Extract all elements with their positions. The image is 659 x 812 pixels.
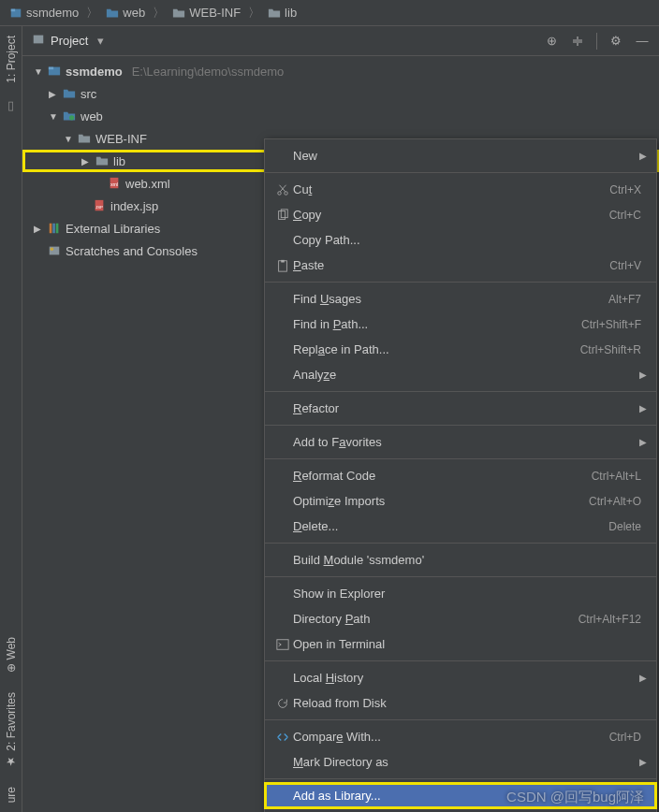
menu-item[interactable]: Optimize ImportsCtrl+Alt+O (265, 488, 656, 514)
breadcrumb-label: lib (285, 6, 297, 20)
menu-item-label: Copy Path... (293, 233, 641, 247)
expand-arrow-icon[interactable]: ▶ (34, 224, 43, 234)
menu-item-label: Delete... (293, 519, 608, 533)
menu-item[interactable]: Copy Path... (265, 227, 656, 253)
menu-shortcut: Ctrl+Shift+F (581, 318, 641, 331)
menu-item[interactable]: Delete...Delete (265, 514, 656, 539)
svg-text:JSP: JSP (95, 205, 103, 210)
project-icon (32, 33, 45, 49)
submenu-arrow-icon: ▶ (639, 437, 647, 447)
gutter-tab-project[interactable]: 1: Project (3, 26, 20, 93)
menu-item-label: Cut (293, 182, 609, 196)
menu-item-label: Analyze (293, 368, 641, 382)
tree-node-root[interactable]: ▼ ssmdemo E:\Learning\demo\ssmdemo (22, 60, 659, 82)
menu-item[interactable]: Local History▶ (265, 665, 656, 690)
submenu-arrow-icon: ▶ (639, 151, 647, 161)
menu-item[interactable]: Build Module 'ssmdemo' (265, 547, 656, 573)
menu-separator (265, 576, 656, 577)
menu-shortcut: Delete (608, 520, 641, 533)
svg-point-16 (285, 191, 288, 195)
menu-item-label: Add to Favorites (293, 435, 641, 449)
paste-icon (272, 259, 293, 272)
menu-separator (265, 660, 656, 661)
menu-item-label: Find Usages (293, 292, 608, 306)
project-icon (47, 65, 62, 78)
submenu-arrow-icon: ▶ (639, 403, 647, 413)
menu-shortcut: Ctrl+Alt+L (592, 470, 641, 483)
expand-arrow-icon[interactable]: ▶ (49, 89, 58, 99)
menu-separator (265, 425, 656, 426)
breadcrumb-item-web[interactable]: web (102, 6, 149, 20)
terminal-icon (272, 638, 293, 651)
menu-item[interactable]: Open in Terminal (265, 631, 656, 657)
breadcrumb-item-webinf[interactable]: WEB-INF (168, 6, 244, 20)
svg-rect-1 (11, 8, 15, 11)
breadcrumb-item-lib[interactable]: lib (264, 6, 300, 20)
expand-arrow-icon[interactable]: ▼ (49, 111, 58, 122)
menu-item[interactable]: Find UsagesAlt+F7 (265, 286, 656, 312)
panel-title[interactable]: Project ▾ (32, 33, 104, 49)
folder-icon (268, 7, 281, 20)
panel-title-label: Project (51, 34, 88, 48)
menu-item[interactable]: Add to Favorites▶ (265, 429, 656, 455)
expand-arrow-icon[interactable]: ▼ (34, 66, 43, 77)
submenu-arrow-icon: ▶ (639, 370, 647, 380)
menu-item-label: Compare With... (293, 730, 609, 744)
panel-header: Project ▾ ⊕ ⚙ — (22, 26, 659, 56)
menu-shortcut: Ctrl+Shift+R (580, 343, 641, 356)
menu-shortcut: Ctrl+X (609, 183, 641, 196)
breadcrumb-label: WEB-INF (189, 6, 241, 20)
gutter-tab-structure[interactable]: ure (3, 777, 20, 812)
tree-node-label: ssmdemo (66, 65, 123, 79)
svg-rect-21 (277, 639, 288, 649)
folder-icon (172, 7, 185, 20)
svg-rect-10 (50, 224, 52, 234)
chevron-right-icon: 〉 (84, 5, 100, 22)
menu-item[interactable]: New▶ (265, 143, 656, 168)
menu-item[interactable]: Directory PathCtrl+Alt+F12 (265, 606, 656, 631)
menu-item-label: Optimize Imports (293, 494, 589, 508)
menu-item[interactable]: CutCtrl+X (265, 177, 656, 202)
tree-node-label: web.xml (125, 177, 170, 191)
svg-point-15 (278, 191, 282, 195)
menu-shortcut: Ctrl+V (609, 259, 641, 272)
menu-item[interactable]: Analyze▶ (265, 362, 656, 387)
menu-item[interactable]: Find in Path...Ctrl+Shift+F (265, 312, 656, 337)
menu-item[interactable]: Replace in Path...Ctrl+Shift+R (265, 337, 656, 362)
tree-node-label: index.jsp (110, 199, 158, 213)
tree-node-web[interactable]: ▼ web (22, 105, 659, 127)
menu-item[interactable]: Show in Explorer (265, 581, 656, 606)
menu-item[interactable]: Mark Directory as▶ (265, 749, 656, 775)
breadcrumb-item-project[interactable]: ssmdemo (6, 6, 82, 20)
tree-node-label: src (81, 87, 96, 101)
collapse-icon[interactable] (570, 34, 585, 49)
gutter-tab-web[interactable]: ⊕ Web (3, 628, 20, 682)
expand-arrow-icon[interactable]: ▼ (64, 134, 73, 144)
folder-icon (106, 7, 119, 20)
menu-item[interactable]: PasteCtrl+V (265, 253, 656, 278)
breadcrumb: ssmdemo 〉 web 〉 WEB-INF 〉 lib (0, 0, 659, 26)
minimize-icon[interactable]: — (635, 34, 650, 49)
gutter-bookmark-icon[interactable]: ▯ (7, 93, 14, 118)
tree-node-label: WEB-INF (95, 132, 147, 146)
menu-item[interactable]: Compare With...Ctrl+D (265, 724, 656, 749)
menu-item-label: Refactor (293, 401, 641, 415)
menu-item-label: Mark Directory as (293, 755, 641, 769)
svg-rect-20 (281, 259, 285, 262)
menu-item-label: Reformat Code (293, 469, 592, 483)
tree-node-label: web (81, 109, 103, 123)
folder-icon (77, 132, 92, 145)
tree-node-src[interactable]: ▶ src (22, 82, 659, 105)
menu-shortcut: Ctrl+C (609, 209, 641, 222)
menu-separator (265, 778, 656, 779)
menu-item-label: Reload from Disk (293, 696, 641, 710)
menu-item[interactable]: Refactor▶ (265, 396, 656, 421)
target-icon[interactable]: ⊕ (544, 34, 559, 49)
menu-item[interactable]: CopyCtrl+C (265, 202, 656, 227)
gutter-tab-favorites[interactable]: ★ 2: Favorites (3, 683, 20, 777)
menu-item[interactable]: Reformat CodeCtrl+Alt+L (265, 463, 656, 488)
gear-icon[interactable]: ⚙ (608, 34, 623, 49)
folder-icon (95, 154, 110, 167)
expand-arrow-icon[interactable]: ▶ (81, 156, 91, 167)
menu-item[interactable]: Reload from Disk (265, 690, 656, 716)
